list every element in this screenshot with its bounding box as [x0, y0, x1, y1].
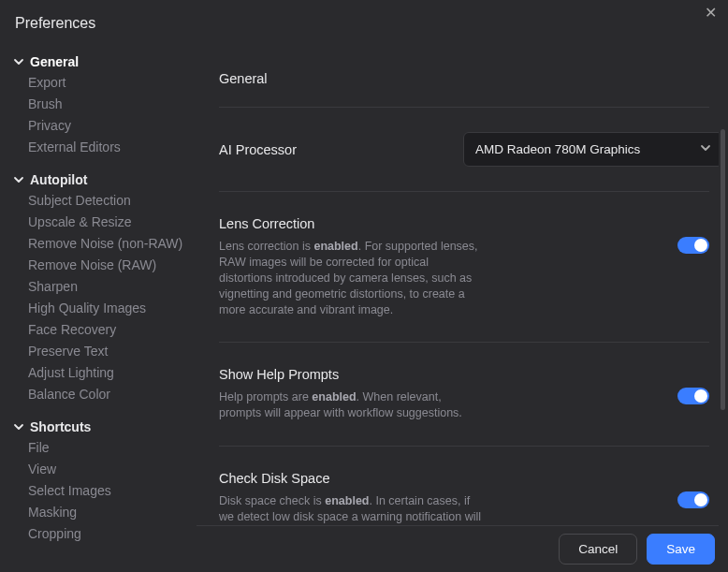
cancel-button[interactable]: Cancel — [559, 534, 637, 565]
sidebar-item-adjust-lighting[interactable]: Adjust Lighting — [28, 361, 197, 383]
scrollbar-track — [720, 54, 725, 521]
lens-correction-toggle[interactable] — [677, 237, 709, 254]
footer: Cancel Save — [197, 525, 719, 572]
check-disk-desc: Disk space check is enabled. In certain … — [219, 493, 481, 525]
show-help-desc: Help prompts are enabled. When relevant,… — [219, 389, 481, 421]
chevron-down-icon — [13, 174, 24, 185]
lens-correction-desc: Lens correction is enabled. For supporte… — [219, 239, 481, 317]
chevron-down-icon — [13, 421, 24, 433]
save-button[interactable]: Save — [647, 534, 715, 565]
ai-processor-select[interactable]: AMD Radeon 780M Graphics — [463, 132, 719, 167]
sidebar-group-label: Shortcuts — [30, 419, 91, 434]
row-show-help: Show Help Prompts Help prompts are enabl… — [197, 343, 713, 446]
sidebar-item-subject-detection[interactable]: Subject Detection — [28, 189, 197, 211]
sidebar-item-high-quality-images[interactable]: High Quality Images — [28, 297, 197, 318]
row-ai-processor: AI Processor AMD Radeon 780M Graphics — [197, 108, 713, 191]
ai-processor-label: AI Processor — [219, 142, 448, 157]
sidebar-item-preserve-text[interactable]: Preserve Text — [28, 340, 197, 361]
lens-correction-label: Lens Correction — [219, 216, 657, 231]
sidebar-item-file[interactable]: File — [28, 436, 197, 458]
chevron-down-icon — [13, 56, 24, 67]
show-help-toggle[interactable] — [677, 388, 709, 404]
check-disk-label: Check Disk Space — [219, 471, 657, 486]
sidebar-group-autopilot[interactable]: Autopilot — [13, 169, 197, 189]
row-check-disk: Check Disk Space Disk space check is ena… — [197, 447, 713, 525]
sidebar-item-remove-noise-nonraw[interactable]: Remove Noise (non-RAW) — [28, 232, 197, 254]
sidebar-item-select-images[interactable]: Select Images — [28, 479, 197, 501]
sidebar: General Export Brush Privacy External Ed… — [0, 51, 197, 572]
sidebar-item-masking[interactable]: Masking — [28, 501, 197, 522]
sidebar-group-label: Autopilot — [30, 172, 87, 187]
sidebar-item-brush[interactable]: Brush — [28, 93, 197, 114]
row-lens-correction: Lens Correction Lens correction is enabl… — [197, 192, 713, 342]
sidebar-item-upscale-resize[interactable]: Upscale & Resize — [28, 211, 197, 232]
check-disk-toggle[interactable] — [677, 491, 709, 508]
scrollbar-thumb[interactable] — [721, 129, 725, 410]
sidebar-item-balance-color[interactable]: Balance Color — [28, 383, 197, 404]
sidebar-item-external-editors[interactable]: External Editors — [28, 136, 197, 157]
sidebar-item-sharpen[interactable]: Sharpen — [28, 275, 197, 297]
sidebar-item-remove-noise-raw[interactable]: Remove Noise (RAW) — [28, 254, 197, 275]
sidebar-item-view[interactable]: View — [28, 458, 197, 479]
ai-processor-value: AMD Radeon 780M Graphics — [475, 142, 640, 156]
sidebar-group-label: General — [30, 54, 79, 69]
sidebar-item-privacy[interactable]: Privacy — [28, 114, 197, 136]
sidebar-item-face-recovery[interactable]: Face Recovery — [28, 318, 197, 340]
page-title: General — [197, 51, 713, 107]
sidebar-group-shortcuts[interactable]: Shortcuts — [13, 416, 197, 436]
sidebar-item-cropping[interactable]: Cropping — [28, 522, 197, 544]
main-scroll[interactable]: General AI Processor AMD Radeon 780M Gra… — [197, 51, 719, 525]
sidebar-group-general[interactable]: General — [13, 51, 197, 71]
close-icon[interactable]: ✕ — [702, 6, 719, 22]
window-title: Preferences — [15, 15, 95, 32]
main-panel: General AI Processor AMD Radeon 780M Gra… — [197, 51, 719, 525]
show-help-label: Show Help Prompts — [219, 367, 657, 382]
chevron-down-icon — [700, 142, 711, 156]
sidebar-item-export[interactable]: Export — [28, 71, 197, 93]
